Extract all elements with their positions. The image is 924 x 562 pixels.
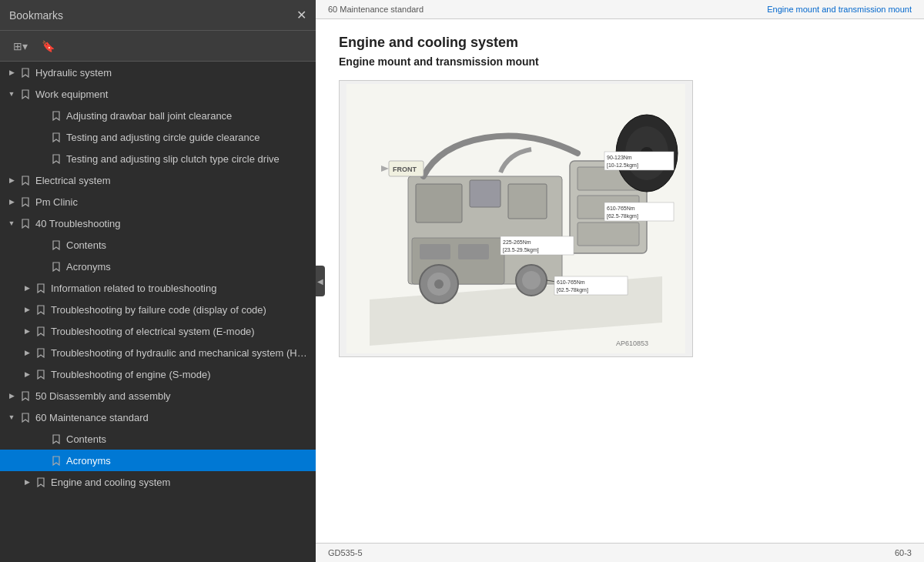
tree-item-ts-hydraulic[interactable]: ▶Troubleshooting of hydraulic and mechan… — [0, 342, 316, 363]
tree-item-label: Adjusting drawbar ball joint clearance — [66, 110, 310, 122]
tree-item-label: Troubleshooting of hydraulic and mechani… — [51, 347, 310, 359]
bookmark-icon-item — [51, 454, 62, 467]
svg-rect-29 — [578, 222, 639, 246]
svg-marker-14 — [38, 370, 44, 379]
bookmark-icon-item — [20, 390, 31, 402]
grid-icon: ⊞▾ — [13, 40, 28, 52]
tree-item-adjusting-drawbar[interactable]: Adjusting drawbar ball joint clearance — [0, 105, 316, 126]
tree-item-label: Information related to troubleshooting — [51, 283, 310, 294]
svg-rect-32 — [458, 244, 489, 259]
tree-item-testing-slip-clutch[interactable]: Testing and adjusting slip clutch type c… — [0, 148, 316, 169]
tree-item-label: Contents — [66, 433, 310, 445]
doc-footer-left: GD535-5 — [328, 548, 363, 557]
svg-text:[10-12.5kgm]: [10-12.5kgm] — [607, 162, 638, 169]
bookmark-icon-item — [35, 368, 46, 380]
bookmark-icon-item — [51, 109, 62, 122]
tree-item-label: Electrical system — [35, 175, 310, 186]
tree-item-info-troubleshooting[interactable]: ▶Information related to troubleshooting — [0, 277, 316, 299]
svg-rect-25 — [508, 184, 547, 219]
doc-footer: GD535-5 60-3 — [316, 543, 924, 562]
tree-item-maintenance-60[interactable]: ▼60 Maintenance standard — [0, 406, 316, 428]
tree-item-disassembly-50[interactable]: ▶50 Disassembly and assembly — [0, 385, 316, 406]
svg-text:[62.5-78kgm]: [62.5-78kgm] — [607, 213, 638, 219]
svg-text:FRONT: FRONT — [393, 166, 417, 173]
svg-text:610-765Nm: 610-765Nm — [557, 279, 585, 285]
tree-item-ts-electrical[interactable]: ▶Troubleshooting of electrical system (E… — [0, 320, 316, 342]
bookmark-icon-item — [35, 303, 46, 316]
doc-header: 60 Maintenance standard Engine mount and… — [316, 0, 924, 19]
expand-icon: ▶ — [6, 196, 17, 207]
svg-point-37 — [522, 271, 541, 289]
svg-text:90-123Nm: 90-123Nm — [607, 155, 632, 160]
svg-marker-17 — [53, 435, 59, 443]
tree-item-electrical[interactable]: ▶Electrical system — [0, 169, 316, 191]
bookmark-icon-item — [20, 411, 31, 423]
tree-item-pm-clinic[interactable]: ▶Pm Clinic — [0, 191, 316, 212]
expand-icon — [37, 455, 48, 466]
svg-marker-9 — [53, 263, 59, 271]
sidebar-tree: ▶Hydraulic system▼Work equipmentAdjustin… — [0, 62, 316, 562]
bookmark-icon-item — [51, 260, 62, 273]
svg-marker-18 — [53, 457, 59, 465]
bookmark-icon-item — [51, 131, 62, 143]
svg-marker-8 — [53, 241, 59, 249]
tree-item-acronyms-60[interactable]: Acronyms — [0, 450, 316, 471]
expand-icon — [37, 132, 48, 142]
bookmark-icon-item — [51, 239, 62, 251]
bookmark-icon-item — [35, 325, 46, 337]
close-button[interactable]: ✕ — [296, 8, 306, 22]
doc-title: Engine and cooling system — [339, 35, 901, 51]
grid-view-button[interactable]: ⊞▾ — [9, 38, 32, 55]
svg-marker-12 — [38, 327, 44, 336]
svg-text:[62.5-78kgm]: [62.5-78kgm] — [557, 287, 588, 293]
tree-item-hydraulic[interactable]: ▶Hydraulic system — [0, 62, 316, 83]
tree-item-contents-60[interactable]: Contents — [0, 428, 316, 450]
sidebar-toolbar: ⊞▾ 🔖 — [0, 31, 316, 62]
expand-icon: ▶ — [22, 477, 32, 487]
expand-icon: ▶ — [6, 175, 17, 186]
expand-icon: ▶ — [22, 283, 32, 293]
svg-marker-10 — [38, 284, 44, 293]
tree-item-label: 50 Disassembly and assembly — [35, 390, 310, 402]
collapse-sidebar-handle[interactable]: ◀ — [316, 266, 325, 296]
bookmark-button[interactable]: 🔖 — [38, 38, 59, 55]
tree-item-label: Testing and adjusting circle guide clear… — [66, 132, 310, 143]
svg-text:[23.5-29.5kgm]: [23.5-29.5kgm] — [503, 247, 539, 253]
tree-item-label: Work equipment — [35, 89, 310, 100]
bookmark-icon: 🔖 — [42, 40, 55, 52]
tree-item-ts-engine[interactable]: ▶Troubleshooting of engine (S-mode) — [0, 363, 316, 385]
bookmark-icon-item — [20, 174, 31, 186]
expand-icon — [37, 433, 48, 444]
engine-diagram: 90-123Nm [10-12.5kgm] 610-765Nm [62.5-78… — [346, 84, 685, 353]
tree-item-contents-ts[interactable]: Contents — [0, 234, 316, 256]
bookmark-icon-item — [35, 282, 46, 294]
svg-marker-1 — [22, 90, 28, 99]
svg-point-35 — [434, 279, 444, 289]
svg-marker-2 — [53, 112, 59, 120]
expand-icon: ▶ — [22, 369, 32, 380]
tree-item-label: Testing and adjusting slip clutch type c… — [66, 153, 310, 165]
tree-item-ts-failure-code[interactable]: ▶Troubleshooting by failure code (displa… — [0, 299, 316, 320]
svg-marker-7 — [22, 219, 28, 228]
tree-item-acronyms-ts[interactable]: Acronyms — [0, 256, 316, 277]
expand-icon: ▼ — [6, 89, 17, 99]
tree-item-label: Contents — [66, 239, 310, 251]
sidebar: Bookmarks ✕ ⊞▾ 🔖 ▶Hydraulic system▼Work … — [0, 0, 316, 562]
expand-icon: ▼ — [6, 218, 17, 229]
tree-item-label: Engine and cooling system — [51, 477, 310, 488]
tree-item-label: Troubleshooting of electrical system (E-… — [51, 326, 310, 337]
tree-item-engine-cooling[interactable]: ▶Engine and cooling system — [0, 471, 316, 493]
bookmark-icon-item — [35, 346, 46, 359]
tree-item-label: 60 Maintenance standard — [35, 412, 310, 423]
bookmark-icon-item — [51, 152, 62, 165]
doc-header-left: 60 Maintenance standard — [328, 5, 424, 14]
tree-item-label: Acronyms — [66, 455, 310, 467]
svg-marker-3 — [53, 133, 59, 142]
bookmark-icon-item — [20, 217, 31, 229]
tree-item-testing-circle-guide[interactable]: Testing and adjusting circle guide clear… — [0, 126, 316, 148]
bookmark-icon-item — [20, 196, 31, 208]
svg-rect-23 — [416, 184, 462, 222]
tree-item-troubleshooting-40[interactable]: ▼40 Troubleshooting — [0, 212, 316, 234]
tree-item-work-equipment[interactable]: ▼Work equipment — [0, 83, 316, 105]
tree-item-label: Troubleshooting by failure code (display… — [51, 304, 310, 316]
